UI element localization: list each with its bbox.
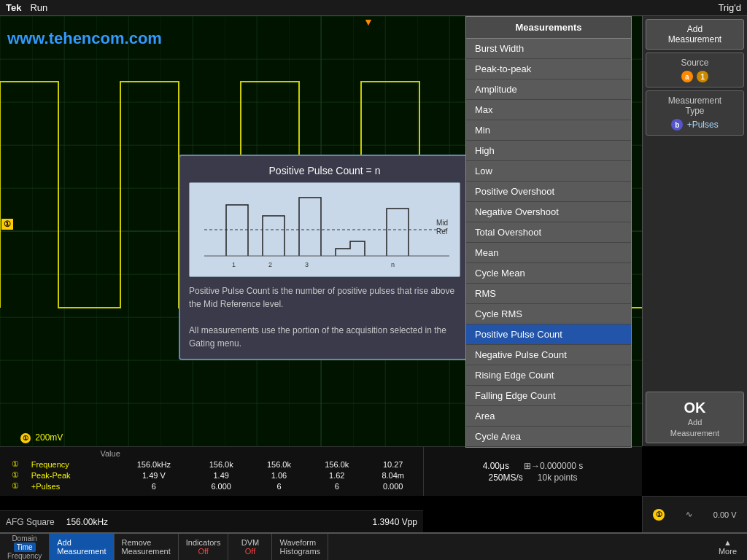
meas-v4-cell: 1.62 [308, 470, 365, 481]
indicators-state: Off [198, 547, 208, 556]
domain-button[interactable]: Domain Time Frequency [0, 534, 50, 560]
menu-item-max[interactable]: Max [466, 100, 631, 120]
menu-item-total-overshoot[interactable]: Total Overshoot [466, 222, 631, 243]
ch1-badge: ① [653, 509, 665, 521]
domain-freq: Frequency [7, 552, 42, 560]
meas-table: Value ① Frequency 156.0kHz 156.0k 156.0k… [3, 448, 420, 491]
menu-item-cycle-rms[interactable]: Cycle RMS [466, 304, 631, 324]
menu-item-high[interactable]: High [466, 141, 631, 161]
menu-item-negative-pulse-count[interactable]: Negative Pulse Count [466, 345, 631, 365]
source-box: Source a 1 [646, 52, 744, 88]
afg-vpp: 1.3940 Vpp [373, 517, 417, 527]
remove-measurement-button[interactable]: Remove Measurement [115, 534, 179, 560]
more-button[interactable]: ▲ More [708, 534, 747, 560]
ch-cell: ① [3, 481, 28, 491]
source-value: a 1 [649, 71, 740, 82]
ok-add-button[interactable]: OK Add Measurement [646, 392, 744, 443]
menu-item-mean[interactable]: Mean [466, 243, 631, 263]
ch1-wave-icon: ∿ [686, 510, 692, 519]
time-div-label: 4.00μs [483, 461, 509, 471]
menu-item-area[interactable]: Area [466, 406, 631, 427]
mtype-box: Measurement Type b +Pulses [646, 90, 744, 136]
meas-v5-cell: 0.000 [365, 481, 420, 491]
menu-item-peak-to-peak[interactable]: Peak-to-peak [466, 59, 631, 79]
ok-sub: Add Measurement [670, 418, 719, 438]
brand-label: Tek [6, 2, 21, 13]
ch-cell: ① [3, 470, 28, 481]
sample-rate-label: 250MS/s [488, 472, 522, 483]
ch1-voltage: 0.00 V [713, 510, 737, 519]
mtype-val: +Pulses [687, 120, 719, 130]
add-measurement-button[interactable]: Add Measurement [646, 19, 744, 50]
top-bar: Tek Run Trig'd [0, 0, 747, 16]
points-label: 10k points [538, 472, 578, 483]
ch1-bottom-right: ① ∿ 0.00 V [642, 496, 747, 532]
mtype-title: Measurement Type [649, 96, 740, 116]
menu-item-cycle-area[interactable]: Cycle Area [466, 427, 631, 447]
dropdown-menu: Measurements Burst WidthPeak-to-peakAmpl… [465, 16, 632, 448]
table-row: ① Frequency 156.0kHz 156.0k 156.0k 156.0… [3, 459, 420, 470]
svg-text:n: n [391, 261, 395, 268]
indicators-label: Indicators [186, 538, 221, 547]
meas-label-cell: Peak-Peak [28, 470, 115, 481]
meas-v5-cell: 8.04m [365, 470, 420, 481]
menu-item-positive-pulse-count[interactable]: Positive Pulse Count [466, 324, 631, 345]
svg-text:3: 3 [305, 261, 309, 268]
ch-cell: ① [3, 459, 28, 470]
afg-area: AFG Square 156.00kHz 1.3940 Vpp [0, 510, 423, 532]
table-row: ① Peak-Peak 1.49 V 1.49 1.06 1.62 8.04m [3, 470, 420, 481]
dvm-state: Off [245, 547, 255, 556]
meas-label-cell: +Pulses [28, 481, 115, 491]
time-row2: 250MS/s 10k points [488, 472, 577, 483]
meas-label-cell: Frequency [28, 459, 115, 470]
dvm-label: DVM [241, 538, 259, 547]
add-measurement-toolbar-button[interactable]: Add Measurement [50, 534, 114, 560]
time-offset-label: ⊞→0.000000 s [524, 461, 583, 471]
menu-item-min[interactable]: Min [466, 120, 631, 141]
meas-v3-cell: 1.06 [250, 470, 308, 481]
more-label: More [719, 547, 737, 556]
menu-header: Measurements [466, 17, 631, 39]
menu-item-burst-width[interactable]: Burst Width [466, 39, 631, 59]
meas-v3-cell: 156.0k [250, 459, 308, 470]
value-header: Value [28, 448, 193, 459]
more-arrow: ▲ [724, 538, 732, 547]
afg-freq: 156.00kHz [66, 517, 108, 527]
table-row: ① +Pulses 6 6.000 6 6 0.000 [3, 481, 420, 491]
time-area: 4.00μs ⊞→0.000000 s 250MS/s 10k points [423, 446, 642, 496]
menu-item-low[interactable]: Low [466, 161, 631, 182]
ch1-arrow: ① [1, 219, 13, 230]
svg-text:Ref: Ref [436, 228, 448, 236]
meas-v5-cell: 10.27 [365, 459, 420, 470]
meas-v2-cell: 156.0k [193, 459, 250, 470]
menu-item-amplitude[interactable]: Amplitude [466, 79, 631, 100]
domain-label: Domain [12, 534, 36, 542]
indicators-button[interactable]: Indicators Off [179, 534, 229, 560]
domain-time: Time [14, 542, 36, 552]
waveform-histograms-button[interactable]: Waveform Histograms [272, 534, 328, 560]
trigger-marker: ▼ [363, 16, 374, 28]
dvm-button[interactable]: DVM Off [228, 534, 272, 560]
menu-item-positive-overshoot[interactable]: Positive Overshoot [466, 182, 631, 202]
popup-title: Positive Pulse Count = n [189, 165, 460, 176]
source-badge-a: a [681, 71, 693, 82]
menu-item-rising-edge-count[interactable]: Rising Edge Count [466, 365, 631, 386]
meas-v1-cell: 6 [115, 481, 192, 491]
menu-item-cycle-mean[interactable]: Cycle Mean [466, 263, 631, 284]
scale-label: ① 200mV [20, 432, 63, 443]
meas-v4-cell: 6 [308, 481, 365, 491]
menu-item-falling-edge-count[interactable]: Falling Edge Count [466, 386, 631, 406]
meas-v2-cell: 1.49 [193, 470, 250, 481]
source-title: Source [649, 58, 740, 68]
popup-diagram: Mid Ref 1 2 3 n [189, 182, 460, 277]
ok-label: OK [649, 400, 740, 416]
popup-desc2: All measurements use the portion of the … [189, 324, 460, 350]
meas-v4-cell: 156.0k [308, 459, 365, 470]
menu-item-negative-overshoot[interactable]: Negative Overshoot [466, 202, 631, 222]
meas-area: Value ① Frequency 156.0kHz 156.0k 156.0k… [0, 446, 423, 496]
svg-text:1: 1 [232, 261, 236, 268]
svg-text:2: 2 [268, 261, 272, 268]
mtype-value: b +Pulses [649, 119, 740, 131]
menu-item-rms[interactable]: RMS [466, 284, 631, 304]
mtype-badge-b: b [671, 119, 683, 131]
